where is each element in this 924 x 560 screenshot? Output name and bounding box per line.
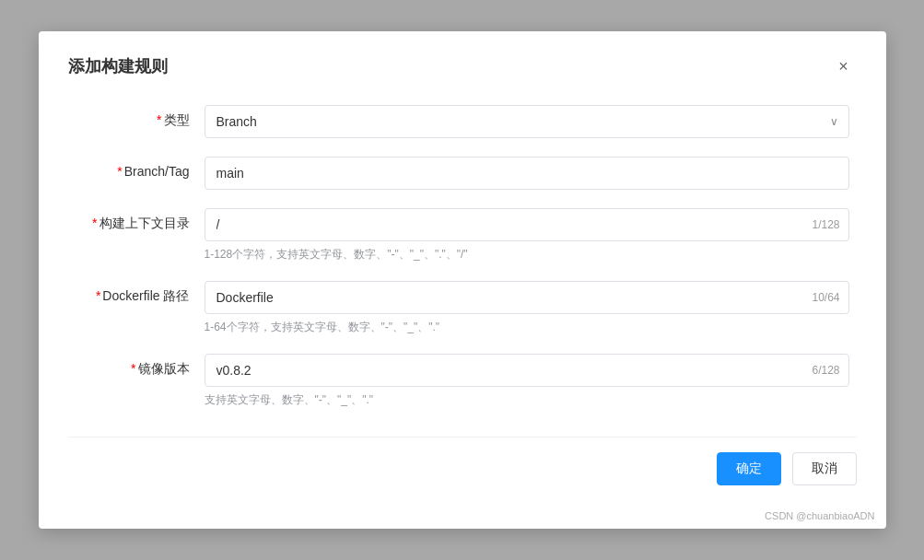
form-row-type: *类型 Branch Tag ∨ <box>76 105 849 138</box>
watermark: CSDN @chuanbiaoADN <box>765 510 874 521</box>
dialog-header: 添加构建规则 × <box>68 53 857 79</box>
close-button[interactable]: × <box>831 53 857 79</box>
confirm-button[interactable]: 确定 <box>717 452 781 485</box>
required-star-type: * <box>157 112 161 127</box>
form-body: *类型 Branch Tag ∨ *Branch/Tag <box>68 105 857 407</box>
type-select[interactable]: Branch Tag <box>205 105 849 138</box>
type-field: Branch Tag ∨ <box>205 105 849 138</box>
context-dir-label: *构建上下文目录 <box>76 208 205 232</box>
type-select-wrapper: Branch Tag ∨ <box>205 105 849 138</box>
dockerfile-input[interactable] <box>205 281 849 314</box>
form-row-branch-tag: *Branch/Tag <box>76 157 849 190</box>
required-star-context: * <box>92 216 97 230</box>
dockerfile-hint: 1-64个字符，支持英文字母、数字、"-"、"_"、"." <box>205 320 849 335</box>
dockerfile-label: *Dockerfile 路径 <box>76 281 205 305</box>
dialog-overlay: 添加构建规则 × *类型 Branch Tag ∨ <box>0 0 924 560</box>
dialog: 添加构建规则 × *类型 Branch Tag ∨ <box>39 31 886 529</box>
context-dir-field: 1/128 1-128个字符，支持英文字母、数字、"-"、"_"、"."、"/" <box>205 208 849 262</box>
image-version-hint: 支持英文字母、数字、"-"、"_"、"." <box>205 392 849 408</box>
branch-tag-field <box>205 157 849 190</box>
dockerfile-input-wrapper: 10/64 <box>205 281 849 314</box>
context-dir-input-wrapper: 1/128 <box>205 208 849 241</box>
required-star-version: * <box>131 361 135 376</box>
context-dir-input[interactable] <box>205 208 849 241</box>
form-row-context-dir: *构建上下文目录 1/128 1-128个字符，支持英文字母、数字、"-"、"_… <box>76 208 849 262</box>
dialog-title: 添加构建规则 <box>68 55 168 77</box>
image-version-char-count: 6/128 <box>812 364 839 377</box>
type-label: *类型 <box>76 105 205 129</box>
required-star-branch: * <box>117 164 122 179</box>
cancel-button[interactable]: 取消 <box>792 452 857 485</box>
context-dir-hint: 1-128个字符，支持英文字母、数字、"-"、"_"、"."、"/" <box>205 247 849 262</box>
dockerfile-field: 10/64 1-64个字符，支持英文字母、数字、"-"、"_"、"." <box>205 281 849 335</box>
required-star-dockerfile: * <box>96 288 100 303</box>
branch-tag-input[interactable] <box>205 157 849 190</box>
dockerfile-char-count: 10/64 <box>812 291 839 304</box>
branch-tag-label: *Branch/Tag <box>76 157 205 179</box>
image-version-input[interactable] <box>205 354 849 387</box>
image-version-field: 6/128 支持英文字母、数字、"-"、"_"、"." <box>205 354 849 408</box>
form-row-dockerfile: *Dockerfile 路径 10/64 1-64个字符，支持英文字母、数字、"… <box>76 281 849 335</box>
image-version-label: *镜像版本 <box>76 354 205 378</box>
image-version-input-wrapper: 6/128 <box>205 354 849 387</box>
form-row-image-version: *镜像版本 6/128 支持英文字母、数字、"-"、"_"、"." <box>76 354 849 408</box>
dialog-footer: 确定 取消 <box>68 437 857 485</box>
context-dir-char-count: 1/128 <box>812 218 839 231</box>
